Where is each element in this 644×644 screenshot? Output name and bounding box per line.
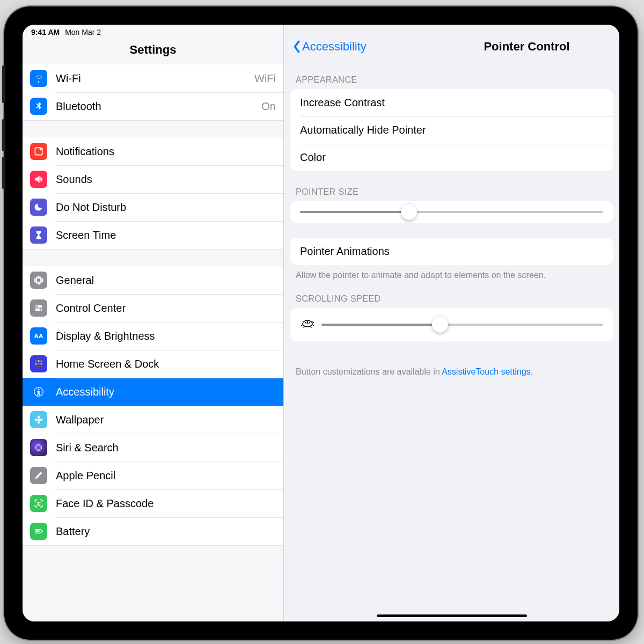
scrolling-speed-slider-cell: [290, 308, 613, 341]
row-label: Do Not Disturb: [56, 201, 276, 214]
sidebar-item-general[interactable]: General: [23, 266, 283, 294]
settings-group: General Control Center AA D: [23, 266, 283, 546]
cell-label: Increase Contrast: [300, 97, 385, 108]
svg-text:AA: AA: [34, 332, 43, 339]
bottom-note: Button customizations are available in A…: [284, 341, 619, 378]
sidebar-item-applepencil[interactable]: Apple Pencil: [23, 462, 283, 489]
row-label: Notifications: [56, 145, 276, 158]
volume-down-button: [2, 157, 5, 189]
bluetooth-icon: [30, 98, 47, 115]
screen: 9:41 AM Mon Mar 2 Settings Wi-Fi WiFi: [23, 25, 619, 621]
siri-icon: [30, 439, 47, 456]
sidebar-item-siri[interactable]: Siri & Search: [23, 434, 283, 462]
row-label: Apple Pencil: [56, 470, 276, 482]
section-header-appearance: APPEARANCE: [284, 59, 619, 89]
row-label: Screen Time: [56, 229, 276, 241]
chevron-left-icon: [292, 40, 301, 53]
moon-icon: [30, 199, 47, 216]
svg-point-4: [36, 305, 38, 307]
assistivetouch-link[interactable]: AssistiveTouch settings: [442, 367, 530, 376]
svg-rect-11: [38, 363, 39, 364]
pointer-size-slider[interactable]: [300, 211, 603, 213]
sidebar-item-wifi[interactable]: Wi-Fi WiFi: [23, 64, 283, 92]
cell-increase-contrast[interactable]: Increase Contrast: [290, 89, 613, 116]
pointer-size-slider-cell: [290, 201, 613, 223]
cell-auto-hide-pointer[interactable]: Automatically Hide Pointer: [290, 116, 613, 144]
row-label: Battery: [56, 525, 276, 538]
settings-list[interactable]: Wi-Fi WiFi Bluetooth On: [23, 64, 283, 621]
sidebar-item-battery[interactable]: Battery: [23, 517, 283, 545]
volume-up-button: [2, 119, 5, 151]
grid-icon: [30, 355, 47, 372]
flower-icon: [30, 411, 47, 428]
status-bar: 9:41 AM Mon Mar 2: [31, 28, 101, 36]
svg-point-16: [38, 419, 40, 421]
row-value: On: [261, 100, 276, 113]
aa-icon: AA: [30, 327, 47, 345]
slider-thumb[interactable]: [432, 317, 448, 333]
svg-point-17: [38, 416, 40, 419]
svg-rect-26: [42, 530, 43, 532]
slider-thumb[interactable]: [401, 204, 417, 220]
svg-rect-27: [36, 530, 40, 532]
slider-fill: [300, 211, 409, 213]
sidebar-item-homescreen[interactable]: Home Screen & Dock: [23, 350, 283, 378]
gear-icon: [30, 272, 47, 289]
row-label: Accessibility: [56, 386, 276, 398]
row-label: Home Screen & Dock: [56, 358, 276, 370]
svg-rect-13: [35, 366, 42, 368]
slider-fill: [321, 324, 440, 326]
sidebar-item-accessibility[interactable]: Accessibility: [23, 378, 283, 406]
settings-group: Notifications Sounds Do No: [23, 137, 283, 250]
svg-point-15: [38, 389, 40, 390]
sidebar-item-controlcenter[interactable]: Control Center: [23, 294, 283, 322]
settings-group: Wi-Fi WiFi Bluetooth On: [23, 64, 283, 121]
row-label: General: [56, 274, 276, 287]
scrolling-speed-slider[interactable]: [321, 324, 603, 326]
svg-point-22: [37, 446, 41, 450]
svg-point-20: [40, 419, 43, 421]
turtle-icon: [300, 318, 315, 332]
home-indicator: [377, 614, 527, 617]
section-header-pointer-size: POINTER SIZE: [284, 171, 619, 201]
pointer-animations-group: Pointer Animations: [290, 238, 613, 265]
power-button: [2, 65, 5, 103]
sidebar-item-notifications[interactable]: Notifications: [23, 137, 283, 165]
row-label: Display & Brightness: [56, 330, 276, 342]
bottom-note-suffix: .: [531, 367, 533, 376]
row-label: Wi-Fi: [56, 72, 254, 85]
back-label: Accessibility: [302, 40, 367, 54]
notifications-icon: [30, 143, 47, 160]
section-header-scrolling-speed: SCROLLING SPEED: [284, 281, 619, 308]
ipad-frame: 9:41 AM Mon Mar 2 Settings Wi-Fi WiFi: [4, 6, 638, 640]
detail-title: Pointer Control: [359, 40, 619, 54]
sidebar-item-screentime[interactable]: Screen Time: [23, 221, 283, 249]
row-label: Wallpaper: [56, 414, 276, 426]
sidebar-item-wallpaper[interactable]: Wallpaper: [23, 406, 283, 434]
sidebar-item-sounds[interactable]: Sounds: [23, 165, 283, 193]
row-label: Sounds: [56, 173, 276, 186]
detail-header: Accessibility Pointer Control: [284, 25, 619, 59]
battery-icon: [30, 523, 47, 540]
svg-rect-12: [40, 363, 42, 364]
svg-point-24: [40, 502, 40, 503]
svg-point-18: [38, 421, 40, 424]
sidebar-item-display[interactable]: AA Display & Brightness: [23, 322, 283, 350]
appearance-group: Increase Contrast Automatically Hide Poi…: [290, 89, 613, 171]
hourglass-icon: [30, 226, 47, 244]
sidebar-item-dnd[interactable]: Do Not Disturb: [23, 193, 283, 221]
svg-point-1: [40, 148, 42, 150]
sidebar-item-bluetooth[interactable]: Bluetooth On: [23, 92, 283, 120]
row-value: WiFi: [254, 72, 276, 85]
back-button[interactable]: Accessibility: [292, 40, 367, 54]
row-label: Control Center: [56, 302, 276, 314]
svg-rect-8: [38, 360, 39, 362]
cell-label: Pointer Animations: [300, 245, 390, 257]
wifi-icon: [30, 70, 47, 87]
status-time: 9:41 AM: [31, 28, 60, 36]
settings-sidebar: Settings Wi-Fi WiFi: [23, 25, 284, 621]
cell-color[interactable]: Color: [290, 144, 613, 171]
cell-pointer-animations[interactable]: Pointer Animations: [290, 238, 613, 265]
sidebar-item-faceid[interactable]: Face ID & Passcode: [23, 489, 283, 517]
svg-rect-7: [35, 360, 36, 362]
